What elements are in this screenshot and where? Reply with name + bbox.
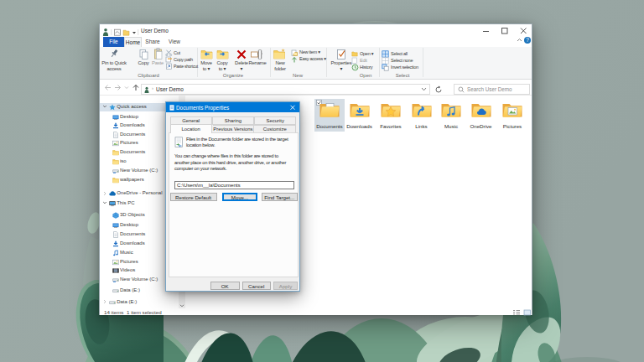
svg-text:?: ? xyxy=(526,37,529,43)
